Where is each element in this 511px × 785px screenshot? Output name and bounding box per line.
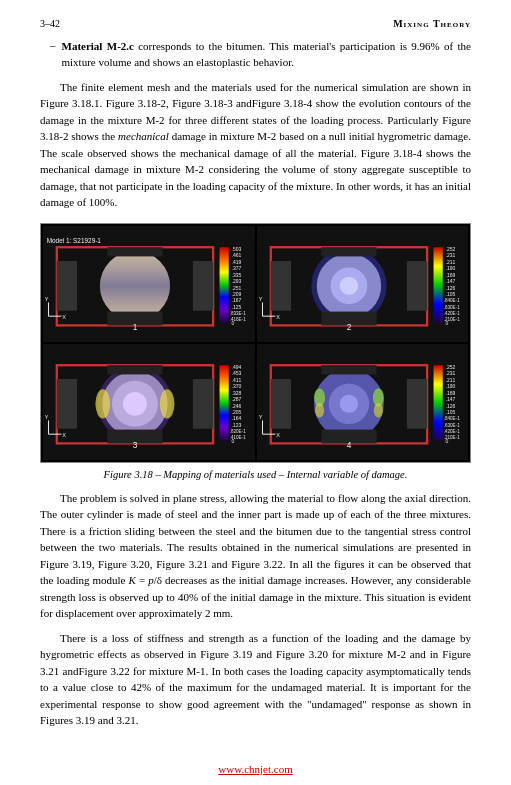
svg-text:.251: .251 [232,284,242,290]
svg-point-32 [339,277,357,295]
svg-point-96 [373,403,382,418]
svg-point-92 [339,395,357,413]
formula-p: p [148,574,154,586]
svg-rect-68 [193,379,213,429]
page-header: 3–42 Mixing Theory [40,18,471,29]
svg-text:.190: .190 [445,265,455,271]
bullet-dash: – [50,39,56,71]
svg-text:.246: .246 [232,402,242,408]
svg-text:.147: .147 [445,396,455,402]
svg-text:.211: .211 [445,259,455,265]
svg-rect-65 [107,365,162,374]
svg-rect-97 [321,365,376,374]
svg-rect-7 [57,261,77,311]
svg-text:3: 3 [133,441,138,450]
figure-caption: Figure 3.18 – Mapping of materials used … [40,469,471,480]
svg-text:.126: .126 [445,402,455,408]
svg-point-63 [95,389,110,418]
svg-rect-8 [193,261,213,311]
chapter-title: Mixing Theory [393,18,471,29]
svg-rect-36 [270,261,290,311]
svg-text:.164: .164 [232,415,242,421]
svg-text:.630E-1: .630E-1 [443,305,459,310]
svg-text:X: X [62,432,66,438]
svg-text:.370: .370 [232,383,242,389]
svg-text:.335: .335 [232,272,242,278]
svg-text:0: 0 [232,320,235,326]
svg-text:.252: .252 [445,364,455,370]
svg-text:.169: .169 [445,272,455,278]
svg-text:.252: .252 [445,246,455,252]
svg-text:.833E-1: .833E-1 [230,311,246,316]
svg-text:.420E-1: .420E-1 [443,311,459,316]
svg-rect-5 [107,247,162,256]
svg-text:.231: .231 [445,252,455,258]
svg-text:.126: .126 [445,284,455,290]
keyword-both: both [224,665,244,677]
svg-text:.630E-1: .630E-1 [443,423,459,428]
svg-text:.840E-1: .840E-1 [443,298,459,303]
svg-text:Y: Y [45,413,49,419]
svg-point-61 [123,392,147,416]
footer-url[interactable]: www.chnjet.com [218,763,292,775]
svg-text:.147: .147 [445,278,455,284]
page: 3–42 Mixing Theory – Material M-2.c corr… [0,0,511,785]
svg-text:.287: .287 [232,396,242,402]
svg-text:.167: .167 [232,297,242,303]
svg-text:Y: Y [258,413,262,419]
page-number: 3–42 [40,18,60,29]
svg-point-95 [314,403,323,418]
quad-3: Y X 3 .494 [43,344,255,460]
svg-rect-14 [220,247,229,322]
svg-text:.411: .411 [232,377,242,383]
svg-text:Y: Y [258,295,262,301]
svg-text:.105: .105 [445,409,455,415]
svg-rect-100 [406,379,426,429]
quad-4: Y X 4 .252 .231 .211 [257,344,469,460]
svg-text:Model 1: S21929-1: Model 1: S21929-1 [47,236,102,243]
material-label: Material M-2.c [62,40,134,52]
svg-text:2: 2 [346,323,351,332]
svg-text:4: 4 [346,441,351,450]
svg-rect-34 [321,247,376,256]
svg-text:.169: .169 [445,390,455,396]
svg-text:.190: .190 [445,383,455,389]
svg-text:.293: .293 [232,278,242,284]
svg-text:X: X [276,314,280,320]
svg-text:.105: .105 [445,291,455,297]
svg-text:.211: .211 [445,377,455,383]
svg-rect-99 [270,379,290,429]
bullet-content: Material M-2.c corresponds to the bitume… [62,39,472,71]
svg-text:.461: .461 [232,252,242,258]
svg-text:0: 0 [445,438,448,444]
svg-text:.453: .453 [232,370,242,376]
svg-point-64 [160,389,175,418]
svg-text:X: X [62,314,66,320]
svg-point-4 [100,251,170,321]
paragraph-3: There is a loss of stiffness and strengt… [40,630,471,729]
svg-text:0: 0 [232,438,235,444]
paragraph-1: The finite element mesh and the material… [40,79,471,211]
svg-text:.123: .123 [232,422,242,428]
formula-k: K [129,574,136,586]
svg-text:.840E-1: .840E-1 [443,416,459,421]
svg-text:.125: .125 [232,304,242,310]
quad-2: Y X 2 .252 .231 .211 [257,226,469,342]
svg-text:.419: .419 [232,259,242,265]
svg-text:Y: Y [45,295,49,301]
svg-text:.377: .377 [232,265,242,271]
paragraph-2: The problem is solved in plane stress, a… [40,490,471,622]
svg-text:1: 1 [133,323,138,332]
svg-rect-106 [433,365,442,440]
svg-text:.820E-1: .820E-1 [230,429,246,434]
svg-text:.494: .494 [232,364,242,370]
svg-text:.205: .205 [232,409,242,415]
svg-rect-43 [433,247,442,322]
svg-text:.420E-1: .420E-1 [443,429,459,434]
svg-rect-37 [406,261,426,311]
svg-text:.503: .503 [232,246,242,252]
svg-text:.328: .328 [232,390,242,396]
svg-rect-74 [220,365,229,440]
figure-3-18: Model 1: S21929-1 Y X 1 [40,223,471,463]
bullet-item: – Material M-2.c corresponds to the bitu… [40,39,471,71]
